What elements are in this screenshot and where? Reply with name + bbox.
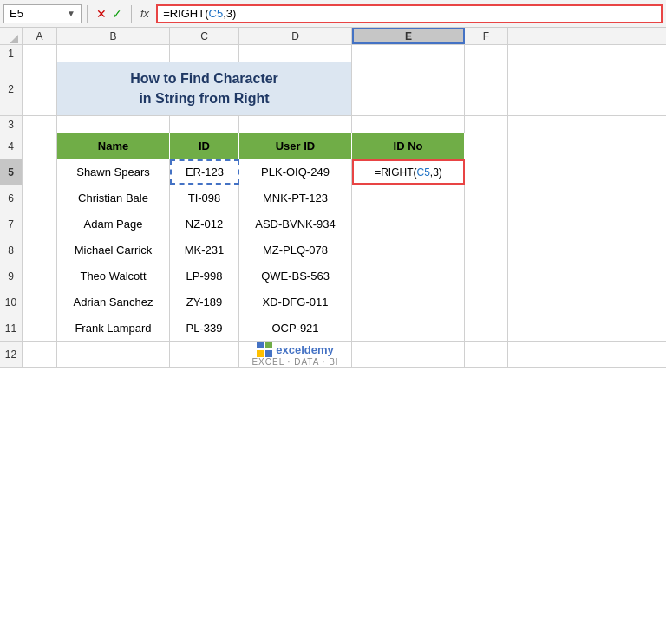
confirm-formula-icon[interactable]: ✓ xyxy=(112,7,122,21)
col-header-e[interactable]: E xyxy=(352,28,465,44)
cell-e7[interactable] xyxy=(352,211,465,237)
table-row: 4 Name ID User ID ID No xyxy=(0,133,666,159)
cell-b9[interactable]: Theo Walcott xyxy=(57,263,170,289)
cell-a3[interactable] xyxy=(23,116,57,133)
cell-e6[interactable] xyxy=(352,185,465,211)
cell-c3[interactable] xyxy=(170,116,239,133)
cell-a4[interactable] xyxy=(23,133,57,159)
row-num-7[interactable]: 7 xyxy=(0,211,23,237)
cell-e9[interactable] xyxy=(352,263,465,289)
cell-c8[interactable]: MK-231 xyxy=(170,237,239,263)
cell-e1[interactable] xyxy=(352,45,465,62)
row-num-10[interactable]: 10 xyxy=(0,289,23,315)
col-header-c[interactable]: C xyxy=(170,28,239,44)
cell-b7[interactable]: Adam Page xyxy=(57,211,170,237)
cell-f9[interactable] xyxy=(465,263,508,289)
cell-d12[interactable]: exceldemy EXCEL · DATA · BI xyxy=(239,342,352,367)
cell-c1[interactable] xyxy=(170,45,239,62)
cell-f2[interactable] xyxy=(465,62,508,115)
cell-a6[interactable] xyxy=(23,185,57,211)
col-header-d[interactable]: D xyxy=(239,28,352,44)
cell-f6[interactable] xyxy=(465,185,508,211)
spreadsheet: A B C D E F 1 2 How to Find Character in… xyxy=(0,28,666,644)
cancel-formula-icon[interactable]: ✕ xyxy=(96,7,107,21)
cell-e8[interactable] xyxy=(352,237,465,263)
table-header-user-id[interactable]: User ID xyxy=(239,133,352,159)
row-num-1[interactable]: 1 xyxy=(0,45,23,62)
row-num-5[interactable]: 5 xyxy=(0,159,23,185)
cell-a2[interactable] xyxy=(23,62,57,115)
cell-b10[interactable]: Adrian Sanchez xyxy=(57,289,170,315)
cell-e3[interactable] xyxy=(352,116,465,133)
cell-a9[interactable] xyxy=(23,263,57,289)
cell-e2[interactable] xyxy=(352,62,465,115)
cell-c11[interactable]: PL-339 xyxy=(170,315,239,341)
cell-d10[interactable]: XD-DFG-011 xyxy=(239,289,352,315)
cell-d3[interactable] xyxy=(239,116,352,133)
cell-reference-box[interactable]: E5 ▼ xyxy=(3,4,82,23)
cell-c6[interactable]: TI-098 xyxy=(170,185,239,211)
cell-a8[interactable] xyxy=(23,237,57,263)
cell-f3[interactable] xyxy=(465,116,508,133)
cell-c7[interactable]: NZ-012 xyxy=(170,211,239,237)
cell-d6[interactable]: MNK-PT-123 xyxy=(239,185,352,211)
cell-c9[interactable]: LP-998 xyxy=(170,263,239,289)
cell-a1[interactable] xyxy=(23,45,57,62)
cell-c12[interactable] xyxy=(170,342,239,367)
cell-d9[interactable]: QWE-BS-563 xyxy=(239,263,352,289)
cell-b8[interactable]: Michael Carrick xyxy=(57,237,170,263)
table-header-id-no[interactable]: ID No xyxy=(352,133,465,159)
cell-a10[interactable] xyxy=(23,289,57,315)
rows-container: 1 2 How to Find Character in String from… xyxy=(0,45,666,644)
cell-e12[interactable] xyxy=(352,342,465,367)
cell-b6[interactable]: Christian Bale xyxy=(57,185,170,211)
cell-a7[interactable] xyxy=(23,211,57,237)
col-header-f[interactable]: F xyxy=(465,28,508,44)
cell-e10[interactable] xyxy=(352,289,465,315)
row-num-11[interactable]: 11 xyxy=(0,315,23,341)
table-row: 1 xyxy=(0,45,666,62)
row-num-8[interactable]: 8 xyxy=(0,237,23,263)
cell-f4[interactable] xyxy=(465,133,508,159)
row-num-9[interactable]: 9 xyxy=(0,263,23,289)
formula-input-box[interactable]: =RIGHT(C5,3) xyxy=(156,4,663,23)
cell-f12[interactable] xyxy=(465,342,508,367)
cell-b11[interactable]: Frank Lampard xyxy=(57,315,170,341)
row-num-2[interactable]: 2 xyxy=(0,62,23,115)
row-num-4[interactable]: 4 xyxy=(0,133,23,159)
watermark-brand: exceldemy xyxy=(276,343,334,356)
cell-f5[interactable] xyxy=(465,159,508,185)
cell-d7[interactable]: ASD-BVNK-934 xyxy=(239,211,352,237)
cell-a12[interactable] xyxy=(23,342,57,367)
cell-b5[interactable]: Shawn Spears xyxy=(57,159,170,185)
cell-c10[interactable]: ZY-189 xyxy=(170,289,239,315)
cell-d8[interactable]: MZ-PLQ-078 xyxy=(239,237,352,263)
cell-a11[interactable] xyxy=(23,315,57,341)
cell-ref-dropdown-icon[interactable]: ▼ xyxy=(67,9,75,18)
col-header-a[interactable]: A xyxy=(23,28,57,44)
cell-e11[interactable] xyxy=(352,315,465,341)
cell-c5[interactable]: ER-123 xyxy=(170,159,239,185)
table-row: 8 Michael Carrick MK-231 MZ-PLQ-078 xyxy=(0,237,666,263)
row-num-3[interactable]: 3 xyxy=(0,116,23,133)
table-header-id[interactable]: ID xyxy=(170,133,239,159)
cell-b1[interactable] xyxy=(57,45,170,62)
cell-e5[interactable]: =RIGHT(C5,3) xyxy=(352,159,465,185)
col-header-b[interactable]: B xyxy=(57,28,170,44)
cell-b3[interactable] xyxy=(57,116,170,133)
cell-f8[interactable] xyxy=(465,237,508,263)
cell-b12[interactable] xyxy=(57,342,170,367)
cell-f1[interactable] xyxy=(465,45,508,62)
cell-f11[interactable] xyxy=(465,315,508,341)
cell-f10[interactable] xyxy=(465,289,508,315)
cell-f7[interactable] xyxy=(465,211,508,237)
row-num-6[interactable]: 6 xyxy=(0,185,23,211)
cell-a5[interactable] xyxy=(23,159,57,185)
cell-d1[interactable] xyxy=(239,45,352,62)
table-header-name[interactable]: Name xyxy=(57,133,170,159)
row-num-12[interactable]: 12 xyxy=(0,342,23,367)
formula-text: =RIGHT(C5,3) xyxy=(163,7,236,20)
svg-rect-0 xyxy=(257,342,264,348)
cell-d5[interactable]: PLK-OIQ-249 xyxy=(239,159,352,185)
cell-d11[interactable]: OCP-921 xyxy=(239,315,352,341)
